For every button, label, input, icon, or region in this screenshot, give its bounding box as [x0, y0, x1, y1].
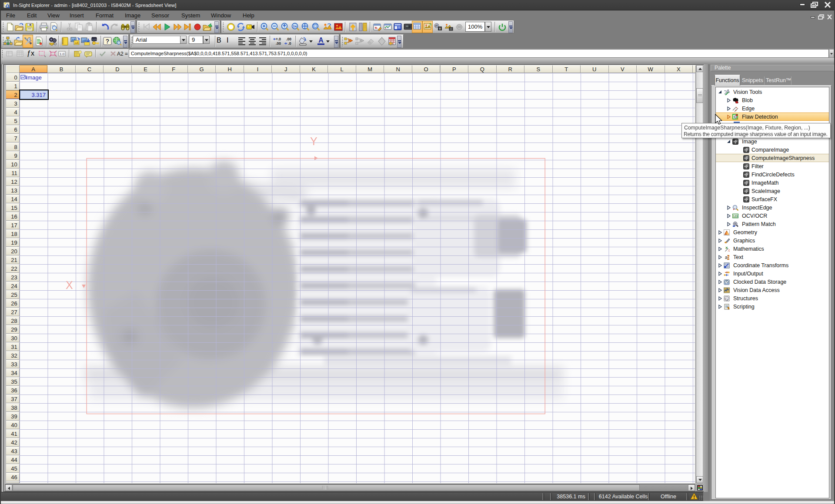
svg-text:1x: 1x: [293, 24, 297, 28]
svg-text:1.0: 1.0: [60, 52, 65, 56]
svg-text:Y: Y: [310, 135, 317, 147]
svg-text:.01: .01: [728, 249, 730, 252]
svg-text:X: X: [66, 279, 73, 291]
svg-text:IT: IT: [435, 24, 438, 27]
svg-text:123: 123: [92, 38, 97, 41]
svg-text:123: 123: [733, 215, 738, 218]
svg-text:A: A: [318, 36, 324, 44]
svg-text:?: ?: [106, 38, 110, 45]
svg-text:T: T: [439, 27, 441, 31]
svg-text:b: b: [727, 255, 730, 260]
svg-text:.00: .00: [276, 41, 281, 46]
svg-text:.0: .0: [288, 41, 291, 46]
svg-text:+.0: +.0: [276, 37, 281, 41]
svg-text:.00: .00: [286, 37, 291, 41]
